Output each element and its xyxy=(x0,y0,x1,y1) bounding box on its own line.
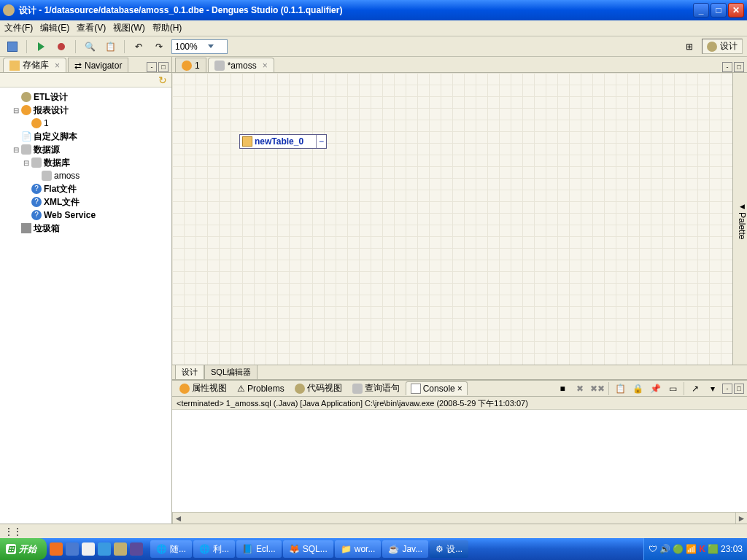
console-tool-1[interactable]: ■ xyxy=(554,381,570,397)
palette-tab[interactable]: ◀ Palette xyxy=(732,73,747,365)
console-lock-button[interactable]: 🔒 xyxy=(630,381,646,397)
editor-tabs: 1 *amoss× -□ xyxy=(172,57,747,73)
system-tray: 🛡 🔊 🟢 📶 K 🟩 23:03 xyxy=(643,538,747,560)
tab-navigator[interactable]: ⇄Navigator xyxy=(68,58,128,72)
table-icon xyxy=(242,136,252,147)
ql-app3-icon[interactable] xyxy=(130,542,143,556)
task-2[interactable]: 🌐利... xyxy=(193,540,235,558)
ql-ie-icon[interactable] xyxy=(98,542,111,556)
editor-tab-1[interactable]: 1 xyxy=(175,58,206,72)
console-scrollbar[interactable]: ◄► xyxy=(172,512,747,524)
stop-button[interactable] xyxy=(53,39,69,55)
close-icon[interactable]: × xyxy=(457,384,462,394)
windows-taskbar: ⊞开始 🌐随... 🌐利... 📘Ecl... 🦊SQL... 📁wor... … xyxy=(0,538,747,560)
console-open-button[interactable]: ↗ xyxy=(687,381,703,397)
tab-properties[interactable]: 属性视图 xyxy=(175,381,231,396)
tab-sql-editor[interactable]: SQL编辑器 xyxy=(204,365,258,380)
minimize-console-button[interactable]: - xyxy=(722,384,732,394)
close-icon[interactable]: × xyxy=(263,61,268,71)
tab-problems[interactable]: ⚠Problems xyxy=(233,382,289,395)
tree-database[interactable]: 数据库 xyxy=(44,157,70,169)
redo-button[interactable]: ↷ xyxy=(151,39,167,55)
minimize-view-button[interactable]: - xyxy=(147,62,157,72)
task-4[interactable]: 🦊SQL... xyxy=(283,540,333,558)
menu-help[interactable]: 帮助(H) xyxy=(152,22,182,34)
ql-app1-icon[interactable] xyxy=(82,542,95,556)
tray-icon-3[interactable]: 🟢 xyxy=(673,544,684,554)
status-handle[interactable]: ⋮⋮ xyxy=(4,526,22,537)
tree-xml[interactable]: XML文件 xyxy=(44,196,80,209)
tab-console[interactable]: Console× xyxy=(406,381,468,395)
console-pin-button[interactable]: 📌 xyxy=(647,381,663,397)
task-3[interactable]: 📘Ecl... xyxy=(236,540,282,558)
tray-icon-6[interactable]: 🟩 xyxy=(708,544,719,554)
tree-report[interactable]: 报表设计 xyxy=(34,104,69,117)
tree-datasource[interactable]: 数据源 xyxy=(34,144,60,156)
maximize-view-button[interactable]: □ xyxy=(158,62,169,72)
main-toolbar: 🔍 📋 ↶ ↷ 100% ⊞ 设计 xyxy=(0,36,747,57)
perspective-label: 设计 xyxy=(720,40,738,52)
collapse-icon[interactable]: − xyxy=(316,135,326,148)
minimize-button[interactable]: _ xyxy=(693,3,709,18)
tree-one[interactable]: 1 xyxy=(44,118,49,128)
menu-view2[interactable]: 视图(W) xyxy=(113,22,144,34)
close-icon[interactable]: × xyxy=(55,61,60,71)
task-1[interactable]: 🌐随... xyxy=(150,540,192,558)
tree-amoss[interactable]: amoss xyxy=(54,171,80,181)
save-button[interactable] xyxy=(4,39,20,55)
ql-desktop-icon[interactable] xyxy=(66,542,79,556)
refresh-icon[interactable]: ↻ xyxy=(158,74,167,86)
ql-app2-icon[interactable] xyxy=(114,542,127,556)
tree-ws[interactable]: Web Service xyxy=(44,210,96,220)
ql-firefox-icon[interactable] xyxy=(50,542,63,556)
tab-code[interactable]: 代码视图 xyxy=(290,381,347,396)
console-clear-button[interactable]: 📋 xyxy=(612,381,628,397)
menu-edit[interactable]: 编辑(E) xyxy=(40,22,69,34)
tab-design[interactable]: 设计 xyxy=(175,365,204,380)
tree-trash[interactable]: 垃圾箱 xyxy=(34,222,60,235)
tab-repository[interactable]: 存储库× xyxy=(3,58,66,72)
menu-view[interactable]: 查看(V) xyxy=(77,22,106,34)
task-6[interactable]: ☕Jav... xyxy=(382,540,428,558)
tray-icon-4[interactable]: 📶 xyxy=(686,544,697,554)
close-button[interactable]: ✕ xyxy=(728,3,744,18)
console-output[interactable] xyxy=(172,410,747,512)
zoom-combo[interactable]: 100% xyxy=(171,39,228,54)
run-button[interactable] xyxy=(33,39,49,55)
tree-etl[interactable]: ETL设计 xyxy=(34,91,68,104)
tool-4[interactable]: 📋 xyxy=(102,39,118,55)
task-7[interactable]: ⚙设... xyxy=(430,540,468,558)
table-newtable0[interactable]: newTable_0 − xyxy=(239,134,327,149)
statusbar: ⋮⋮ xyxy=(0,524,747,538)
gear-icon xyxy=(707,42,717,52)
tray-icon-2[interactable]: 🔊 xyxy=(659,544,670,554)
table-label: newTable_0 xyxy=(255,136,303,147)
start-button[interactable]: ⊞开始 xyxy=(0,538,47,560)
undo-button[interactable]: ↶ xyxy=(131,39,147,55)
sidebar: 存储库× ⇄Navigator -□ ↻ ETL设计 ⊟报表设计 1 📄自定义脚… xyxy=(0,57,172,524)
maximize-console-button[interactable]: □ xyxy=(734,384,744,394)
maximize-button[interactable]: □ xyxy=(711,3,727,18)
tab-query[interactable]: 查询语句 xyxy=(348,381,404,396)
tree-script[interactable]: 自定义脚本 xyxy=(34,131,77,143)
tray-icon-5[interactable]: K xyxy=(699,544,705,554)
console-display-button[interactable]: ▭ xyxy=(665,381,681,397)
open-perspective-button[interactable]: ⊞ xyxy=(681,39,697,55)
tool-3[interactable]: 🔍 xyxy=(82,39,98,55)
maximize-editor-button[interactable]: □ xyxy=(734,62,744,72)
console-new-button[interactable]: ▾ xyxy=(705,381,721,397)
tree-flat[interactable]: Flat文件 xyxy=(44,183,77,195)
design-canvas[interactable]: newTable_0 − xyxy=(172,73,732,365)
app-icon xyxy=(3,4,15,16)
console-removeall-button[interactable]: ✖✖ xyxy=(589,381,605,397)
task-5[interactable]: 📁wor... xyxy=(335,540,382,558)
tray-clock[interactable]: 23:03 xyxy=(721,544,743,554)
quicklaunch xyxy=(47,542,146,556)
perspective-button[interactable]: 设计 xyxy=(702,39,743,54)
editor-tab-amoss[interactable]: *amoss× xyxy=(208,58,274,72)
repository-tree[interactable]: ETL设计 ⊟报表设计 1 📄自定义脚本 ⊟数据源 ⊟数据库 amoss ?Fl… xyxy=(0,88,171,524)
minimize-editor-button[interactable]: - xyxy=(722,62,732,72)
menu-file[interactable]: 文件(F) xyxy=(4,22,33,34)
console-remove-button[interactable]: ✖ xyxy=(572,381,588,397)
tray-icon-1[interactable]: 🛡 xyxy=(649,544,657,554)
